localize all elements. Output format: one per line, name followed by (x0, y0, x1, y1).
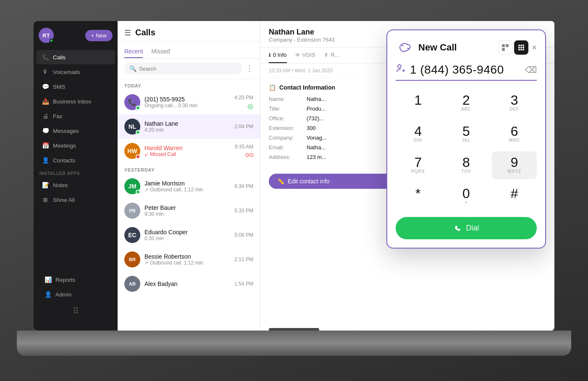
sidebar-bottom: 📊 Reports 👤 Admin ⠿ (34, 269, 118, 324)
contact-view-toggle[interactable] (498, 40, 512, 55)
call-item-peter[interactable]: PB Peter Bauer 9:30 min 5:33 PM (118, 198, 260, 223)
calls-tabs: Recent Missed (118, 42, 260, 58)
svg-point-6 (518, 47, 520, 48)
call-sub: 0:30 min (144, 235, 230, 241)
calls-list: TODAY 📞 (201) 555-9925 Ongoing call... 0… (118, 79, 260, 331)
sidebar-item-reports[interactable]: 📊 Reports (39, 273, 113, 287)
svg-rect-0 (502, 44, 505, 47)
call-sub: 9:30 min (144, 211, 230, 217)
call-time: 1:54 PM (234, 281, 253, 287)
dialer-title-row: New Call (396, 39, 457, 56)
dial-key-1[interactable]: 1 (396, 89, 441, 117)
dial-key-8[interactable]: 8 TUV (444, 151, 489, 179)
call-time: 5:06 PM (234, 232, 253, 238)
dialer-backspace-button[interactable]: ⌫ (525, 65, 537, 75)
call-item-alex[interactable]: AB Alex Badyan 1:54 PM (118, 272, 260, 296)
dialer-close-button[interactable]: × (532, 43, 537, 53)
call-name: Bessie Robertson (144, 253, 230, 260)
sidebar-item-sms[interactable]: 💬 SMS (36, 79, 115, 94)
vgis-icon: 👁 (295, 52, 300, 58)
status-dot (136, 190, 140, 194)
call-sub: 4:20 min (144, 127, 230, 133)
svg-point-12 (398, 65, 401, 68)
call-info: Eduardo Cooper 0:30 min (144, 229, 230, 241)
reports-icon: 📊 (45, 276, 51, 283)
call-item-eduardo[interactable]: EC Eduardo Cooper 0:30 min 5:06 PM (118, 223, 260, 247)
call-name: Alex Badyan (144, 280, 230, 287)
add-contact-icon[interactable] (396, 64, 406, 76)
dialer-phone-icon (396, 39, 413, 56)
call-avatar: PB (124, 203, 140, 219)
call-name: Nathan Lane (144, 120, 230, 127)
dialer-header: New Call (396, 39, 537, 56)
menu-icon[interactable]: ☰ (124, 28, 131, 37)
call-sub: ↗ Outbound call, 1:12 min (144, 187, 230, 193)
svg-point-11 (522, 49, 524, 50)
search-icon: 🔍 (129, 65, 136, 72)
dial-key-7[interactable]: 7 PQRS (396, 151, 441, 179)
sidebar-item-calls[interactable]: 📞 Calls (36, 50, 115, 64)
tab-info[interactable]: ℹ 0 Info (269, 48, 287, 63)
dial-key-star[interactable]: * (396, 183, 441, 210)
search-input[interactable] (139, 66, 237, 72)
more-options-icon[interactable]: ⋮ (246, 64, 253, 73)
call-info: Nathan Lane 4:20 min (144, 120, 230, 133)
sidebar-item-show-all[interactable]: ⊞ Show All (36, 193, 115, 207)
call-item-jamie[interactable]: JM Jamie Morrison ↗ Outbound call, 1:12 … (118, 174, 260, 198)
sidebar-item-messages[interactable]: 💭 Messages (36, 124, 115, 138)
dial-key-5[interactable]: 5 JKL (444, 120, 489, 148)
call-item-ongoing[interactable]: 📞 (201) 555-9925 Ongoing call... 0:30 mi… (118, 90, 260, 114)
contact-info-icon: 📋 (269, 84, 276, 91)
status-dot (136, 106, 140, 110)
calls-icon: 📞 (42, 54, 49, 61)
tab-r[interactable]: 🎙 R... (324, 48, 339, 63)
call-info: Jamie Morrison ↗ Outbound call, 1:12 min (144, 180, 230, 193)
notes-icon: 📝 (42, 182, 49, 188)
call-info: Peter Bauer 9:30 min (144, 204, 230, 217)
sidebar-item-voicemails[interactable]: 🎙 Voicemails (36, 65, 115, 79)
sidebar-item-meetings[interactable]: 📅 Meetings (36, 138, 115, 153)
call-item-nathan[interactable]: NL Nathan Lane 4:20 min 2:04 PM (118, 114, 260, 139)
sidebar: RT + New 📞 Calls 🎙 Voicemails (34, 21, 118, 331)
dialpad-icon[interactable]: ⠿ (36, 302, 115, 320)
call-time: 4:20 PM (234, 95, 253, 101)
dial-key-3[interactable]: 3 DEF (492, 89, 537, 117)
dial-grid: 1 2 ABC 3 DEF 4 GHI 5 JKL (396, 89, 537, 210)
new-button[interactable]: + New (85, 30, 113, 41)
dial-key-0[interactable]: 0 + (444, 183, 489, 210)
call-name: Eduardo Cooper (144, 229, 230, 235)
call-avatar: NL (124, 119, 140, 135)
dial-key-4[interactable]: 4 GHI (396, 120, 441, 148)
call-sub: ↙ Missed Call (144, 151, 231, 157)
sidebar-item-business-inbox[interactable]: 📥 Business Inbox (36, 94, 115, 108)
sidebar-item-fax[interactable]: 🖨 Fax (36, 109, 115, 123)
dial-key-6[interactable]: 6 MNO (492, 120, 537, 148)
dial-key-2[interactable]: 2 ABC (444, 89, 489, 117)
dial-key-9[interactable]: 9 WXYZ (492, 151, 537, 179)
missed-arrow: ↙ (144, 152, 148, 157)
dial-key-hash[interactable]: # (492, 183, 537, 210)
call-item-harold[interactable]: HW Harold Warren ↙ Missed Call 9:35 AM (118, 139, 260, 163)
call-item-bessie[interactable]: BR Bessie Robertson ↗ Outbound call, 1:1… (118, 247, 260, 272)
sidebar-item-contacts[interactable]: 👤 Contacts (36, 153, 115, 167)
dial-button[interactable]: Dial (396, 217, 537, 239)
dialpad-view-toggle[interactable] (514, 40, 528, 55)
edit-icon: ✏️ (277, 178, 284, 185)
call-time: 2:11 PM (234, 257, 253, 262)
contacts-icon: 👤 (42, 157, 49, 164)
dialer-number-display[interactable]: 1 (844) 365-9460 (410, 63, 521, 77)
sidebar-item-notes[interactable]: 📝 Notes (36, 178, 115, 192)
call-info: Bessie Robertson ↗ Outbound call, 1:12 m… (144, 253, 230, 266)
tab-missed[interactable]: Missed (151, 45, 170, 58)
call-avatar: BR (124, 251, 140, 267)
tab-vgis[interactable]: 👁 VGIS (295, 48, 315, 63)
online-indicator (50, 39, 53, 42)
tab-recent[interactable]: Recent (124, 45, 143, 58)
call-info: Harold Warren ↙ Missed Call (144, 145, 231, 157)
messages-icon: 💭 (42, 127, 49, 134)
voicemails-icon: 🎙 (42, 69, 49, 75)
search-input-wrapper[interactable]: 🔍 (124, 63, 242, 74)
call-sub: Ongoing call... 0:30 min (144, 103, 230, 108)
sidebar-item-admin[interactable]: 👤 Admin (39, 287, 113, 302)
svg-rect-2 (502, 48, 505, 51)
